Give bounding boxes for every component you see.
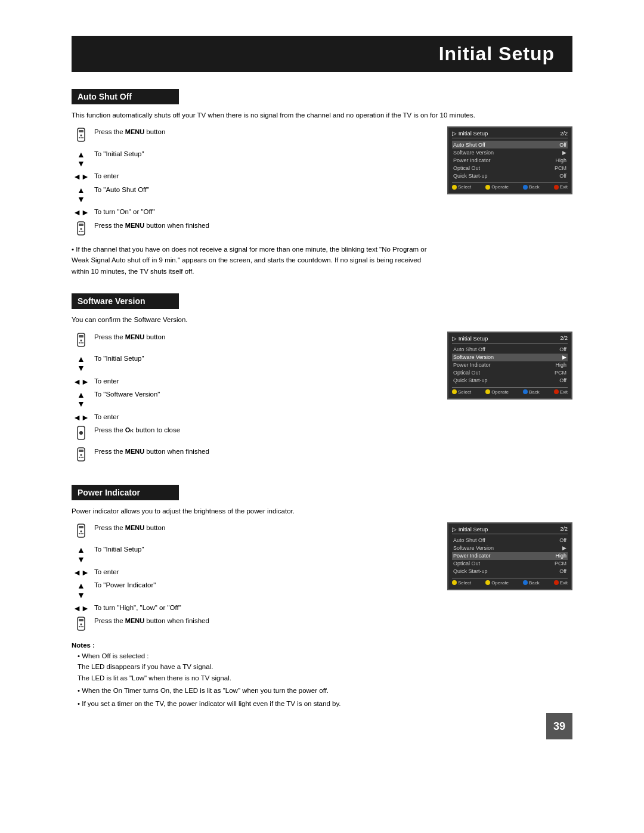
tv-menu-row: Software Version ▶ xyxy=(452,354,568,361)
step-icon-remote xyxy=(72,332,91,351)
row-label: Quick Start-up xyxy=(453,377,543,383)
remote-icon xyxy=(73,127,89,145)
screen-column: ▷ Initial Setup 2/2 Auto Shut Off Off So… xyxy=(447,126,572,194)
row-val: PCM xyxy=(543,370,566,376)
leftright-arrow-icon: ◄► xyxy=(73,207,89,217)
section-description: You can confirm the Software Version. xyxy=(72,315,477,325)
step-row: Press the MENU button when finished xyxy=(72,615,433,634)
step-text: Press the MENU button xyxy=(94,522,433,534)
leftright-arrow-icon: ◄► xyxy=(73,376,89,386)
step-row: ▲▼ To "Software Version" xyxy=(72,389,433,409)
screen-page: 2/2 xyxy=(560,526,568,532)
tv-screen: ▷ Initial Setup 2/2 Auto Shut Off Off So… xyxy=(447,126,572,194)
step-text: Press the MENU button when finished xyxy=(94,615,433,627)
leftright-arrow-icon: ◄► xyxy=(73,171,89,181)
tv-screen: ▷ Initial Setup 2/2 Auto Shut Off Off So… xyxy=(447,332,572,400)
note-bullet: • When Off is selected : The LED disappe… xyxy=(78,651,433,683)
row-val: ▶ xyxy=(543,150,566,156)
step-row: ▲▼ To "Initial Setup" xyxy=(72,353,433,373)
step-text: To enter xyxy=(94,411,433,422)
footer-exit: Exit xyxy=(554,580,568,586)
menu-keyword: MENU xyxy=(125,617,144,624)
row-val: Off xyxy=(543,142,566,148)
row-label: Software Version xyxy=(453,150,543,156)
step-row: ◄► To enter xyxy=(72,411,433,422)
step-text: To "Software Version" xyxy=(94,389,433,400)
page-title: Initial Setup xyxy=(72,36,572,72)
section-power-indicator: Power Indicator Power indicator allows y… xyxy=(72,485,572,711)
svg-point-11 xyxy=(82,231,83,232)
section-content: Press the MENU button ▲▼ To "Initial Set… xyxy=(72,522,572,711)
section-header: Software Version xyxy=(72,293,179,309)
step-text: To enter xyxy=(94,566,433,577)
row-val: ▶ xyxy=(543,545,566,551)
footer-back: Back xyxy=(523,389,540,395)
step-icon-leftright: ◄► xyxy=(72,171,91,181)
leftright-arrow-icon: ◄► xyxy=(73,567,89,577)
dot-yellow xyxy=(452,185,457,190)
remote-icon xyxy=(73,523,89,541)
dot-blue xyxy=(523,580,528,585)
footer-select: Select xyxy=(452,389,471,395)
dot-red xyxy=(554,185,559,190)
tv-menu-row: Optical Out PCM xyxy=(452,560,568,568)
svg-point-8 xyxy=(80,228,82,230)
step-text: To enter xyxy=(94,171,433,181)
step-icon-updown: ▲▼ xyxy=(72,544,91,564)
svg-point-17 xyxy=(82,342,83,343)
screen-page: 2/2 xyxy=(560,335,568,341)
dot-red xyxy=(554,389,559,394)
row-label: Quick Start-up xyxy=(453,173,543,179)
dot-yellow xyxy=(452,389,457,394)
section-content: Press the MENU button ▲▼ To "Initial Set… xyxy=(72,332,572,468)
step-row: Press the MENU button xyxy=(72,126,433,145)
svg-point-4 xyxy=(79,137,80,138)
updown-arrow-icon: ▲▼ xyxy=(77,389,85,409)
step-icon-remote xyxy=(72,616,91,634)
svg-point-16 xyxy=(79,342,80,343)
screen-title: ▷ Initial Setup xyxy=(452,526,488,532)
footer-select-label: Select xyxy=(458,580,471,586)
row-label: Optical Out xyxy=(453,370,543,376)
screen-column: ▷ Initial Setup 2/2 Auto Shut Off Off So… xyxy=(447,332,572,400)
step-text: Press the MENU button xyxy=(94,332,433,343)
page: Initial Setup Auto Shut Off This functio… xyxy=(0,0,644,763)
dot-blue xyxy=(523,389,528,394)
step-row: Press the MENU button xyxy=(72,332,433,351)
steps-column: Press the MENU button ▲▼ To "Initial Set… xyxy=(72,522,433,711)
row-label: Power Indicator xyxy=(453,362,543,368)
step-row: ◄► To turn "High", "Low" or "Off" xyxy=(72,602,433,613)
step-row: Press the MENU button when finished xyxy=(72,220,433,239)
ok-icon xyxy=(73,425,89,444)
step-icon-updown: ▲▼ xyxy=(72,580,91,600)
svg-point-23 xyxy=(80,457,82,458)
footer-operate: Operate xyxy=(485,389,509,395)
row-label: Auto Shut Off xyxy=(453,346,543,352)
step-row: ▲▼ To "Auto Shut Off" xyxy=(72,184,433,205)
tv-screen-footer: Select Operate Back Exit xyxy=(452,182,568,190)
footer-operate: Operate xyxy=(485,580,509,586)
footer-exit-label: Exit xyxy=(560,184,568,190)
svg-point-34 xyxy=(80,624,82,625)
step-icon-leftright: ◄► xyxy=(72,207,91,217)
ok-keyword: Ok xyxy=(125,426,134,433)
remote-icon xyxy=(73,447,89,465)
tv-menu-row: Auto Shut Off Off xyxy=(452,141,568,148)
tv-menu-row: Software Version ▶ xyxy=(452,544,568,552)
tv-screen-header: ▷ Initial Setup 2/2 xyxy=(452,130,568,138)
tv-screen: ▷ Initial Setup 2/2 Auto Shut Off Off So… xyxy=(447,522,572,590)
menu-keyword: MENU xyxy=(125,333,144,340)
menu-keyword: MENU xyxy=(125,524,144,531)
tv-menu-row: Power Indicator High xyxy=(452,361,568,369)
row-val: Off xyxy=(543,377,566,383)
updown-arrow-icon: ▲▼ xyxy=(77,544,85,564)
tv-screen-footer: Select Operate Back Exit xyxy=(452,387,568,395)
footer-exit-label: Exit xyxy=(560,580,568,586)
step-row: ◄► To enter xyxy=(72,566,433,577)
step-text: To "Initial Setup" xyxy=(94,544,433,555)
step-text: Press the Ok button to close xyxy=(94,425,433,436)
remote-icon xyxy=(73,221,89,239)
step-icon-updown: ▲▼ xyxy=(72,185,91,205)
footer-operate-label: Operate xyxy=(491,580,509,586)
section-software-version: Software Version You can confirm the Sof… xyxy=(72,293,572,467)
